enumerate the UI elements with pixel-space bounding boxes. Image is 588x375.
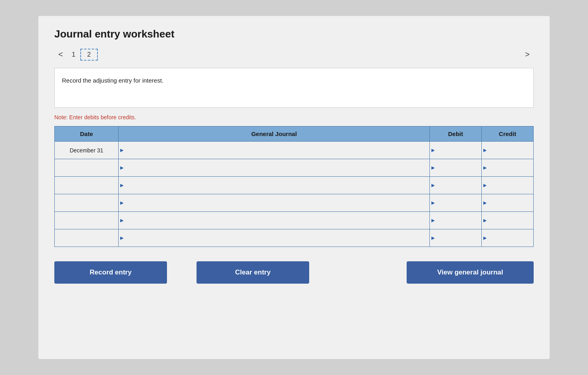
buttons-row: Record entry Clear entry View general jo… — [54, 261, 534, 284]
table-row: ▶▶▶ — [55, 159, 534, 177]
journal-input-1[interactable] — [124, 164, 428, 172]
date-input-5[interactable] — [58, 234, 115, 242]
clear-entry-button[interactable]: Clear entry — [197, 261, 309, 284]
debit-input-2[interactable] — [435, 182, 480, 189]
journal-cell-0[interactable]: ▶ — [119, 142, 430, 159]
page-2-current[interactable]: 2 — [80, 49, 98, 61]
page-title: Journal entry worksheet — [54, 28, 534, 40]
debit-cell-0[interactable]: ▶ — [430, 142, 482, 159]
journal-table: Date General Journal Debit Credit Decemb… — [54, 126, 534, 247]
date-input-2[interactable] — [58, 182, 115, 189]
table-row: December 31▶▶▶ — [55, 142, 534, 159]
journal-cell-5[interactable]: ▶ — [119, 229, 430, 247]
debit-cell-4[interactable]: ▶ — [430, 212, 482, 229]
date-cell-0: December 31 — [55, 142, 119, 159]
note-text: Note: Enter debits before credits. — [54, 114, 534, 120]
journal-cell-2[interactable]: ▶ — [119, 177, 430, 194]
credit-input-4[interactable] — [487, 217, 532, 225]
instruction-box: Record the adjusting entry for interest. — [54, 68, 534, 108]
credit-input-5[interactable] — [487, 234, 532, 242]
journal-cell-3[interactable]: ▶ — [119, 194, 430, 212]
view-general-journal-button[interactable]: View general journal — [407, 261, 534, 284]
journal-arrow-icon-5: ▶ — [120, 235, 123, 241]
journal-input-5[interactable] — [124, 234, 428, 242]
header-debit: Debit — [430, 126, 482, 142]
pagination: < 1 2 > — [54, 48, 534, 61]
date-cell-3[interactable] — [55, 194, 119, 212]
journal-arrow-icon-4: ▶ — [120, 218, 123, 223]
header-date: Date — [55, 126, 119, 142]
credit-input-3[interactable] — [487, 199, 532, 207]
header-general-journal: General Journal — [119, 126, 430, 142]
instruction-text: Record the adjusting entry for interest. — [62, 77, 163, 84]
table-row: ▶▶▶ — [55, 229, 534, 247]
credit-arrow-icon-5: ▶ — [483, 235, 487, 241]
credit-arrow-icon-0: ▶ — [483, 148, 487, 153]
debit-cell-2[interactable]: ▶ — [430, 177, 482, 194]
credit-cell-3[interactable]: ▶ — [482, 194, 534, 212]
credit-cell-0[interactable]: ▶ — [482, 142, 534, 159]
credit-arrow-icon-3: ▶ — [483, 200, 487, 205]
debit-input-0[interactable] — [435, 146, 480, 154]
journal-arrow-icon-3: ▶ — [120, 200, 123, 205]
date-input-4[interactable] — [58, 217, 115, 225]
journal-cell-4[interactable]: ▶ — [119, 212, 430, 229]
debit-arrow-icon-2: ▶ — [431, 183, 435, 188]
debit-input-1[interactable] — [435, 164, 480, 172]
credit-cell-5[interactable]: ▶ — [482, 229, 534, 247]
page-1-number[interactable]: 1 — [72, 51, 75, 58]
credit-arrow-icon-1: ▶ — [483, 165, 487, 170]
journal-input-0[interactable] — [124, 146, 428, 154]
credit-cell-1[interactable]: ▶ — [482, 159, 534, 177]
date-input-1[interactable] — [58, 164, 115, 172]
debit-cell-1[interactable]: ▶ — [430, 159, 482, 177]
credit-arrow-icon-2: ▶ — [483, 183, 487, 188]
record-entry-button[interactable]: Record entry — [54, 261, 167, 284]
credit-input-0[interactable] — [487, 146, 532, 154]
journal-arrow-icon-2: ▶ — [120, 183, 123, 188]
prev-arrow[interactable]: < — [54, 48, 67, 61]
debit-cell-5[interactable]: ▶ — [430, 229, 482, 247]
debit-arrow-icon-5: ▶ — [431, 235, 435, 241]
header-credit: Credit — [482, 126, 534, 142]
journal-arrow-icon-1: ▶ — [120, 165, 123, 170]
debit-input-4[interactable] — [435, 217, 480, 225]
debit-input-3[interactable] — [435, 199, 480, 207]
next-arrow[interactable]: > — [521, 48, 534, 61]
journal-input-3[interactable] — [124, 199, 428, 207]
journal-arrow-icon-0: ▶ — [120, 148, 123, 153]
table-row: ▶▶▶ — [55, 194, 534, 212]
debit-cell-3[interactable]: ▶ — [430, 194, 482, 212]
date-input-3[interactable] — [58, 199, 115, 207]
date-cell-2[interactable] — [55, 177, 119, 194]
credit-input-1[interactable] — [487, 164, 532, 172]
debit-arrow-icon-1: ▶ — [431, 165, 435, 170]
date-cell-4[interactable] — [55, 212, 119, 229]
credit-cell-4[interactable]: ▶ — [482, 212, 534, 229]
journal-input-2[interactable] — [124, 182, 428, 189]
journal-cell-1[interactable]: ▶ — [119, 159, 430, 177]
debit-input-5[interactable] — [435, 234, 480, 242]
worksheet-container: Journal entry worksheet < 1 2 > Record t… — [38, 16, 550, 359]
credit-input-2[interactable] — [487, 182, 532, 189]
debit-arrow-icon-3: ▶ — [431, 200, 435, 205]
journal-input-4[interactable] — [124, 217, 428, 225]
date-cell-1[interactable] — [55, 159, 119, 177]
debit-arrow-icon-4: ▶ — [431, 218, 435, 223]
debit-arrow-icon-0: ▶ — [431, 148, 435, 153]
table-row: ▶▶▶ — [55, 212, 534, 229]
table-row: ▶▶▶ — [55, 177, 534, 194]
credit-arrow-icon-4: ▶ — [483, 218, 487, 223]
date-cell-5[interactable] — [55, 229, 119, 247]
credit-cell-2[interactable]: ▶ — [482, 177, 534, 194]
